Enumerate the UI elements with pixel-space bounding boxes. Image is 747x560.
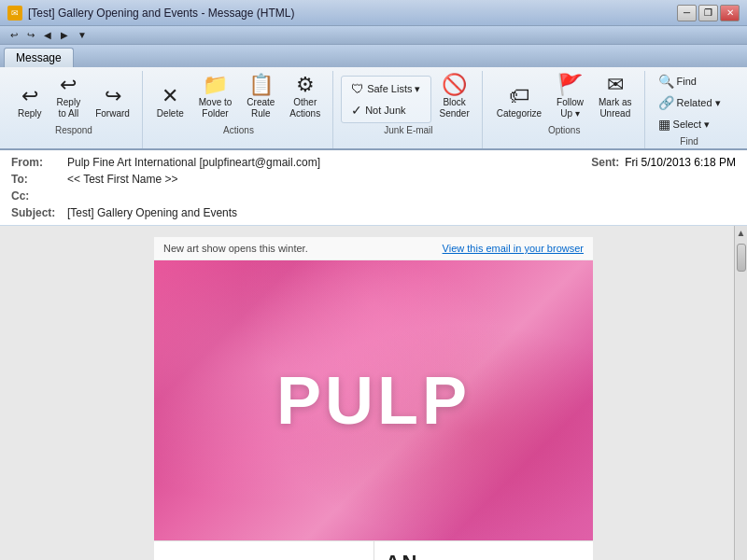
title-bar: ✉ [Test] Gallery Opening and Events - Me…: [0, 0, 747, 26]
email-header: From: Pulp Fine Art International [pulpf…: [0, 150, 747, 226]
forward-icon: ↪: [105, 86, 121, 106]
sent-value: Fri 5/10/2013 6:18 PM: [625, 156, 736, 169]
junk-label: Junk E-mail: [384, 125, 432, 135]
delete-button[interactable]: ✕ Delete: [150, 82, 190, 123]
ribbon: ↩ Reply ↩ Replyto All ↪ Forward Respond …: [0, 67, 747, 150]
actions-group: ✕ Delete 📁 Move toFolder 📋 CreateRule ⚙ …: [145, 71, 333, 148]
related-icon: 🔗: [658, 95, 674, 110]
other-actions-button[interactable]: ⚙ OtherActions: [283, 71, 327, 123]
find-button[interactable]: 🔍 Find: [653, 71, 726, 91]
quick-access-toolbar: ↩ ↪ ◀ ▶ ▼: [0, 26, 747, 45]
related-button[interactable]: 🔗 Related ▾: [653, 92, 726, 113]
options-group: 🏷 Categorize 🚩 FollowUp ▾ ✉ Mark asUnrea…: [485, 71, 645, 148]
quick-redo[interactable]: ↪: [24, 30, 37, 40]
tab-row: Message: [0, 45, 747, 67]
reply-all-icon: ↩: [60, 75, 77, 95]
main-container: From: Pulp Fine Art International [pulpf…: [0, 150, 747, 560]
junk-group: 🛡 Safe Lists ▾ ✓ Not Junk 🚫 BlockSender …: [335, 71, 483, 148]
introspective-text: AN INTROSPECTIVE: [374, 541, 594, 560]
to-value: << Test First Name >>: [67, 173, 736, 186]
find-group: 🔍 Find 🔗 Related ▾ ▦ Select ▾ Find: [647, 71, 732, 148]
quick-dropdown[interactable]: ▼: [75, 30, 90, 40]
forward-button[interactable]: ↪ Forward: [89, 82, 136, 123]
preview-bar: New art show opens this winter. View thi…: [154, 237, 593, 260]
select-icon: ▦: [658, 117, 670, 132]
create-rule-button[interactable]: 📋 CreateRule: [240, 71, 281, 123]
safe-lists-button[interactable]: 🛡 Safe Lists ▾: [345, 78, 426, 99]
minimize-button[interactable]: ─: [677, 5, 697, 21]
window-controls: ─ ❐ ✕: [677, 5, 740, 21]
rule-icon: 📋: [248, 75, 274, 95]
view-in-browser-link[interactable]: View this email in your browser: [443, 243, 584, 254]
move-to-folder-button[interactable]: 📁 Move toFolder: [192, 71, 239, 123]
sent-label: Sent:: [591, 156, 619, 169]
delete-icon: ✕: [162, 86, 178, 106]
quick-back[interactable]: ◀: [41, 30, 54, 40]
from-value: Pulp Fine Art International [pulpfineart…: [67, 156, 591, 169]
other-icon: ⚙: [296, 75, 315, 95]
scroll-thumb[interactable]: [737, 244, 746, 272]
options-label: Options: [548, 125, 580, 135]
app-icon: ✉: [7, 6, 22, 21]
mark-icon: ✉: [607, 75, 624, 95]
email-body: New art show opens this winter. View thi…: [0, 226, 747, 560]
saturday-text: SATURDAY: [154, 541, 374, 560]
quick-forward[interactable]: ▶: [58, 30, 71, 40]
safe-icon: 🛡: [351, 81, 364, 96]
follow-up-button[interactable]: 🚩 FollowUp ▾: [550, 71, 590, 123]
close-button[interactable]: ✕: [720, 5, 740, 21]
from-label: From:: [11, 156, 67, 169]
pulp-logo: PULP: [276, 362, 471, 439]
subject-value: [Test] Gallery Opening and Events: [67, 206, 736, 219]
message-tab[interactable]: Message: [4, 48, 74, 67]
pulp-banner: PULP: [154, 260, 593, 540]
preview-text: New art show opens this winter.: [163, 243, 308, 254]
email-content: New art show opens this winter. View thi…: [154, 237, 593, 560]
not-junk-icon: ✓: [351, 103, 362, 118]
respond-group: ↩ Reply ↩ Replyto All ↪ Forward Respond: [6, 71, 143, 148]
mark-unread-button[interactable]: ✉ Mark asUnread: [592, 71, 639, 123]
to-label: To:: [11, 173, 67, 186]
select-button[interactable]: ▦ Select ▾: [653, 114, 726, 134]
block-icon: 🚫: [442, 75, 467, 95]
junk-section: 🛡 Safe Lists ▾ ✓ Not Junk: [341, 76, 430, 123]
categorize-icon: 🏷: [509, 86, 529, 106]
categorize-button[interactable]: 🏷 Categorize: [490, 82, 548, 123]
restore-button[interactable]: ❐: [698, 5, 718, 21]
bottom-section: SATURDAY AN INTROSPECTIVE: [154, 540, 593, 560]
actions-label: Actions: [223, 125, 254, 135]
quick-undo[interactable]: ↩: [7, 30, 21, 40]
flag-icon: 🚩: [557, 75, 583, 95]
find-icon: 🔍: [658, 74, 674, 89]
respond-label: Respond: [55, 125, 92, 135]
reply-all-button[interactable]: ↩ Replyto All: [50, 71, 88, 123]
find-label: Find: [680, 136, 698, 147]
reply-icon: ↩: [21, 86, 38, 106]
reply-button[interactable]: ↩ Reply: [11, 82, 49, 123]
cc-label: Cc:: [11, 189, 67, 203]
scrollbar[interactable]: ▲: [734, 226, 747, 560]
folder-icon: 📁: [203, 75, 228, 95]
scroll-up-arrow[interactable]: ▲: [735, 226, 747, 240]
window-title: [Test] Gallery Opening and Events - Mess…: [28, 7, 294, 20]
subject-label: Subject:: [11, 206, 67, 219]
block-sender-button[interactable]: 🚫 BlockSender: [433, 71, 476, 123]
not-junk-button[interactable]: ✓ Not Junk: [345, 100, 426, 120]
